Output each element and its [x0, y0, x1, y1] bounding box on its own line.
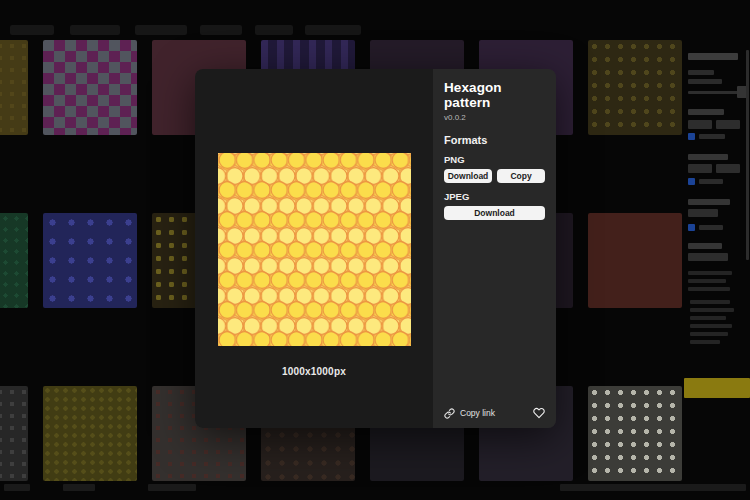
modal-title: Hexagon pattern [444, 80, 545, 110]
sidebar-control[interactable] [688, 209, 718, 217]
app-window: 1000x1000px Hexagon pattern v0.0.2 Forma… [0, 0, 750, 500]
sidebar-control[interactable] [688, 154, 728, 160]
pattern-tile[interactable] [0, 386, 28, 481]
sidebar-control[interactable] [690, 332, 728, 336]
sidebar-control[interactable] [716, 164, 740, 173]
nav-item[interactable] [10, 25, 54, 35]
favorite-heart-button[interactable] [533, 407, 545, 419]
link-icon [444, 408, 455, 419]
png-format-label: PNG [444, 154, 545, 165]
sidebar-control[interactable] [688, 79, 722, 84]
sidebar-control[interactable] [688, 199, 730, 205]
sidebar-control[interactable] [690, 308, 734, 312]
sidebar-control[interactable] [688, 253, 728, 261]
nav-item[interactable] [255, 25, 293, 35]
sidebar-control[interactable] [746, 50, 749, 260]
pattern-tile[interactable] [0, 213, 28, 308]
pattern-tile[interactable] [588, 386, 682, 481]
sidebar-control[interactable] [688, 164, 712, 173]
sidebar-control[interactable] [688, 70, 714, 75]
sidebar-control[interactable] [688, 243, 722, 249]
modal-footer: Copy link [444, 407, 545, 419]
footer-link[interactable] [63, 484, 95, 491]
pattern-tile[interactable] [43, 386, 137, 481]
sidebar-control[interactable] [690, 340, 720, 344]
sidebar-control[interactable] [688, 271, 732, 275]
sidebar-control[interactable] [688, 91, 740, 94]
sidebar-control[interactable] [684, 378, 750, 398]
jpeg-format-label: JPEG [444, 191, 545, 202]
sidebar-control[interactable] [688, 279, 726, 283]
png-buttons-row: Download Copy [444, 169, 545, 183]
preview-size-caption: 1000x1000px [195, 366, 433, 377]
pattern-preview [218, 153, 411, 346]
nav-item[interactable] [70, 25, 120, 35]
copy-link-label: Copy link [460, 408, 495, 418]
formats-heading: Formats [444, 134, 545, 146]
sidebar-control[interactable] [699, 179, 723, 184]
sidebar-control[interactable] [688, 287, 730, 291]
details-panel: Hexagon pattern v0.0.2 Formats PNG Downl… [433, 69, 556, 428]
sidebar-control[interactable] [690, 300, 730, 304]
footer-link[interactable] [4, 484, 30, 491]
preview-panel: 1000x1000px [195, 69, 433, 428]
version-label: v0.0.2 [444, 113, 545, 122]
sidebar-control[interactable] [690, 316, 726, 320]
pattern-tile[interactable] [588, 213, 682, 308]
sidebar-control[interactable] [688, 224, 695, 231]
sidebar-control[interactable] [699, 225, 723, 230]
sidebar-control[interactable] [688, 109, 724, 115]
pattern-tile[interactable] [0, 40, 28, 135]
sidebar-control[interactable] [690, 324, 732, 328]
sidebar-control[interactable] [688, 133, 695, 140]
nav-item[interactable] [200, 25, 242, 35]
hexagon-pattern-image [218, 153, 411, 346]
footer-link[interactable] [148, 484, 196, 491]
pattern-detail-modal: 1000x1000px Hexagon pattern v0.0.2 Forma… [195, 69, 556, 428]
sidebar-control[interactable] [688, 178, 695, 185]
png-download-button[interactable]: Download [444, 169, 492, 183]
jpeg-download-button[interactable]: Download [444, 206, 545, 220]
pattern-tile[interactable] [588, 40, 682, 135]
pattern-tile[interactable] [43, 40, 137, 135]
pattern-tile[interactable] [43, 213, 137, 308]
nav-item[interactable] [135, 25, 187, 35]
sidebar-control[interactable] [688, 53, 738, 60]
sidebar-control[interactable] [716, 120, 740, 129]
png-copy-button[interactable]: Copy [497, 169, 545, 183]
nav-item[interactable] [305, 25, 361, 35]
copy-link-button[interactable]: Copy link [444, 408, 495, 419]
jpeg-buttons-row: Download [444, 206, 545, 220]
footer-link[interactable] [560, 484, 746, 491]
sidebar-control[interactable] [688, 120, 712, 129]
sidebar-control[interactable] [699, 134, 725, 139]
